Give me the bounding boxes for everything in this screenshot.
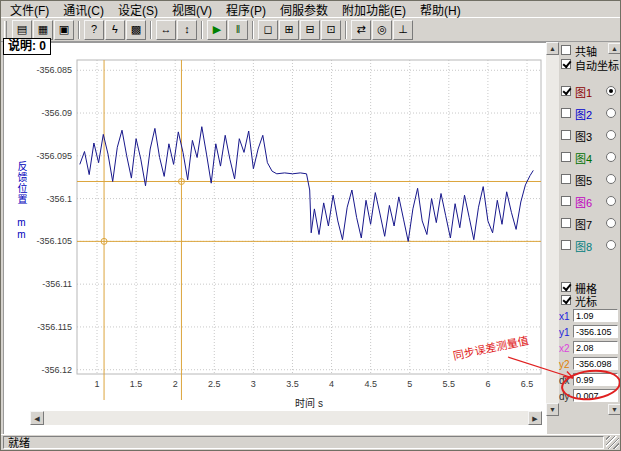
graph-4-checkbox[interactable] (561, 152, 571, 162)
graph-4-label: 图4 (575, 150, 592, 166)
toolbar-grip (4, 21, 7, 39)
help-button[interactable]: ? (84, 20, 104, 40)
zoom-fit-button[interactable]: ⊡ (321, 20, 341, 40)
graph-4-radio[interactable] (606, 152, 616, 162)
connect-button[interactable]: ϟ (105, 20, 125, 40)
x2-label: x2 (559, 343, 570, 354)
menu-item-file[interactable]: 文件(F) (3, 0, 56, 19)
monitor-icon: ▩ (131, 24, 141, 35)
dx-label: dx (559, 375, 570, 386)
x-axis-title: 时间 s (77, 395, 541, 410)
auto-scale-checkbox[interactable] (561, 59, 571, 69)
svg-text:-356.1: -356.1 (46, 194, 72, 204)
cursor-option-checkbox[interactable] (561, 295, 571, 305)
svg-text:-356.085: -356.085 (36, 65, 72, 75)
zoom-y-button[interactable]: ↕ (177, 20, 197, 40)
graph-3-radio[interactable] (606, 130, 616, 140)
svg-text:-356.105: -356.105 (36, 236, 72, 246)
chart-canvas[interactable]: 11.522.533.544.555.566.5-356.085-356.09-… (4, 43, 547, 437)
y2-input[interactable] (573, 357, 618, 370)
cursor-option-label: 光标 (575, 293, 597, 309)
toolbar-separator (345, 21, 347, 39)
y2-label: y2 (559, 359, 570, 370)
select-region-icon: ◻ (263, 24, 272, 35)
svg-text:1.5: 1.5 (130, 379, 143, 389)
common-axis-checkbox[interactable] (561, 45, 571, 55)
dx-input[interactable] (573, 373, 618, 386)
panel-scroll-up-icon[interactable]: ▲ (608, 43, 621, 54)
pause-button[interactable]: ‖ (228, 20, 248, 40)
print-button[interactable]: ▣ (54, 20, 74, 40)
menu-item-settings[interactable]: 设定(S) (111, 0, 165, 19)
y1-input[interactable] (573, 325, 618, 338)
side-panel: 共轴自动坐标图1图2图3图4图5图6图7图8栅格光标x1y1x2y2dxdy (559, 42, 621, 436)
scroll-down-icon[interactable]: ▼ (546, 403, 559, 416)
grid-option-checkbox[interactable] (561, 282, 571, 292)
auto-scale-row: 自动坐标 (559, 59, 621, 72)
chart-area[interactable]: 11.522.533.544.555.566.5-356.085-356.09-… (3, 42, 546, 436)
pan-icon: ⇄ (356, 24, 365, 35)
menu-item-addons[interactable]: 附加功能(E) (335, 0, 413, 19)
graph-2-row: 图2 (559, 108, 621, 121)
status-text: 就绪 (3, 436, 604, 449)
scroll-up-icon[interactable]: ▲ (546, 42, 559, 55)
graph-3-checkbox[interactable] (561, 130, 571, 140)
run-button[interactable]: ▶ (207, 20, 227, 40)
axes-icon: ⊥ (398, 24, 408, 35)
toolbar-separator (150, 21, 152, 39)
select-region-button[interactable]: ◻ (258, 20, 278, 40)
scroll-right-icon[interactable]: ▶ (528, 411, 542, 425)
monitor-button[interactable]: ▩ (126, 20, 146, 40)
graph-6-checkbox[interactable] (561, 196, 571, 206)
resize-grip[interactable] (606, 436, 619, 449)
graph-8-row: 图8 (559, 240, 621, 253)
graph-8-checkbox[interactable] (561, 240, 571, 250)
svg-text:4.5: 4.5 (364, 379, 377, 389)
chart-vertical-scrollbar[interactable]: ▲ ▼ (546, 42, 559, 416)
graph-1-checkbox[interactable] (561, 86, 571, 96)
graph-1-radio[interactable] (606, 86, 616, 96)
graph-5-checkbox[interactable] (561, 174, 571, 184)
zoom-out-button[interactable]: ⊟ (300, 20, 320, 40)
chart-horizontal-scrollbar[interactable]: ◀ ▶ (30, 411, 542, 425)
menu-item-servo-params[interactable]: 伺服参数 (273, 0, 335, 19)
svg-text:2: 2 (173, 379, 178, 389)
zoom-x-button[interactable]: ↔ (156, 20, 176, 40)
save-button[interactable]: ▦ (33, 20, 53, 40)
graph-3-row: 图3 (559, 130, 621, 143)
dy-label: dy (559, 391, 570, 402)
graph-5-label: 图5 (575, 172, 592, 188)
dy-input[interactable] (573, 389, 618, 402)
toolbar-separator (252, 21, 254, 39)
app-window: 文件(F)通讯(C)设定(S)视图(V)程序(P)伺服参数附加功能(E)帮助(H… (0, 0, 621, 451)
menu-item-view[interactable]: 视图(V) (165, 0, 219, 19)
graph-2-checkbox[interactable] (561, 108, 571, 118)
svg-text:-356.12: -356.12 (41, 365, 72, 375)
y1-field-row: y1 (559, 325, 621, 338)
x1-input[interactable] (573, 309, 618, 322)
zoom-in-button[interactable]: ⊞ (279, 20, 299, 40)
graph-5-radio[interactable] (606, 174, 616, 184)
graph-6-radio[interactable] (606, 196, 616, 206)
svg-text:2.5: 2.5 (208, 379, 221, 389)
toolbar-separator (78, 21, 80, 39)
menu-item-help[interactable]: 帮助(H) (413, 0, 468, 19)
toolbar: ▤▦▣?ϟ▩↔↕▶‖◻⊞⊟⊡⇄◎⊥ (1, 18, 620, 42)
graph-7-checkbox[interactable] (561, 218, 571, 228)
crosshair-button[interactable]: ◎ (372, 20, 392, 40)
axes-button[interactable]: ⊥ (393, 20, 413, 40)
panel-scroll-down-icon[interactable]: ▼ (608, 404, 621, 415)
scroll-left-icon[interactable]: ◀ (30, 411, 44, 425)
x2-input[interactable] (573, 341, 618, 354)
graph-7-radio[interactable] (606, 218, 616, 228)
graph-8-radio[interactable] (606, 240, 616, 250)
menu-item-program[interactable]: 程序(P) (219, 0, 273, 19)
cursor-option-row: 光标 (559, 295, 621, 308)
pan-button[interactable]: ⇄ (351, 20, 371, 40)
menu-item-comm[interactable]: 通讯(C) (56, 0, 111, 19)
zoom-in-icon: ⊞ (284, 24, 293, 35)
open-button[interactable]: ▤ (12, 20, 32, 40)
graph-8-label: 图8 (575, 238, 592, 254)
graph-7-row: 图7 (559, 218, 621, 231)
graph-2-radio[interactable] (606, 108, 616, 118)
